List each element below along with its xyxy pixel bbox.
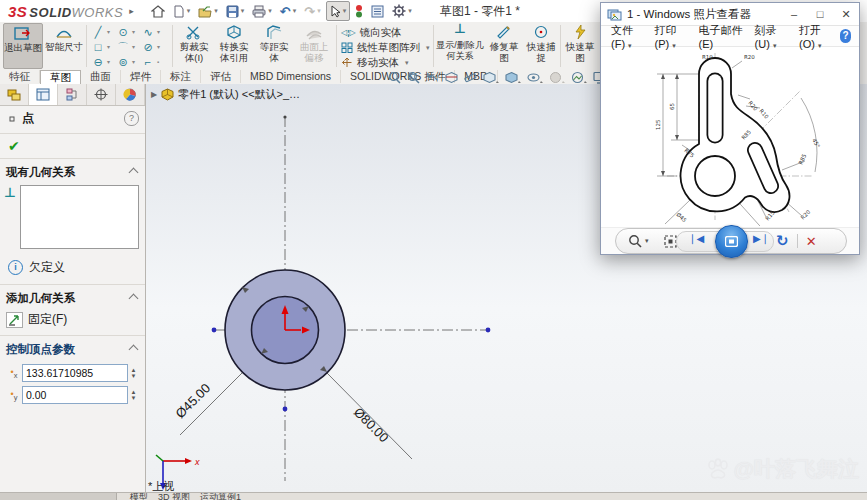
drawing-dimension-label: 45° [811,138,821,150]
polygon-tool-icon[interactable]: ⊚ [115,55,131,69]
rectangle-tool-icon[interactable]: □ [90,40,106,54]
tab-weldments[interactable]: 焊件 [121,70,161,83]
spline-tool-icon[interactable]: ∿ [140,25,156,39]
tab-feature-tree[interactable] [0,84,29,105]
drawing-dimension-label: 125 [655,119,661,130]
relations-listbox[interactable] [20,185,139,249]
line-tool-icon[interactable]: ╱ [90,25,106,39]
control-vertex-header[interactable]: 控制顶点参数 [0,338,145,360]
new-file-icon[interactable]: ▾ [170,2,194,20]
offset-entities-button[interactable]: 等距实体 [256,23,292,67]
move-entities-button[interactable]: 移动实体 ▾ [341,55,409,70]
ok-check-button[interactable]: ✔ [8,138,20,154]
tab-model[interactable]: 模型 [130,493,148,500]
tab-motion-study[interactable]: 运动算例1 [200,493,241,500]
dimension-inner-label[interactable]: Ø45.00 [172,380,213,421]
tab-markup[interactable]: 标注 [161,70,201,83]
linear-pattern-button[interactable]: 线性草图阵列 ▾ [341,40,430,55]
menu-file[interactable]: 文件(F) ▾ [607,23,649,50]
y-coordinate-input[interactable]: 0.00 [22,386,128,404]
photo-viewer-menubar: 文件(F) ▾ 打印(P) ▾ 电子邮件(E) 刻录(U) ▾ 打开(O) ▾ … [601,26,859,47]
status-row: i 欠定义 [0,253,145,282]
view-orientation-icon[interactable] [483,71,499,84]
select-cursor-icon[interactable]: ▾ [326,1,351,21]
ellipse-tool-icon[interactable]: ⊘ [140,40,156,54]
smart-dimension-button[interactable]: 智能尺寸 [45,23,83,67]
hide-show-items-icon[interactable] [527,71,543,84]
section-view-icon[interactable] [445,71,458,84]
sketch-point[interactable] [283,407,288,412]
menu-open[interactable]: 打开(O) ▾ [795,23,838,50]
x-spinner[interactable]: ▲▼ [128,364,139,382]
menu-email[interactable]: 电子邮件(E) [694,23,748,50]
tab-features[interactable]: 特征 [0,70,40,83]
tab-property-manager[interactable] [29,84,58,105]
delete-image-button[interactable]: ✕ [806,234,817,249]
point-tool-icon[interactable]: ▪ [157,59,164,65]
sketch-point[interactable] [212,328,217,333]
tab-mbd-dimensions[interactable]: MBD Dimensions [241,70,341,83]
edit-appearance-icon[interactable] [549,71,565,84]
viewer-help-icon[interactable]: ? [840,29,851,43]
tab-sketch[interactable]: 草图 [40,70,81,85]
tab-3d-views[interactable]: 3D 视图 [158,493,190,500]
rotate-cw-button[interactable]: ↻ [776,230,789,252]
info-icon: i [8,260,23,275]
save-icon[interactable]: ▾ [223,2,248,20]
open-file-icon[interactable]: ▾ [195,2,221,20]
y-spinner[interactable]: ▲▼ [128,386,139,404]
panel-h-scrollbar[interactable] [0,493,117,500]
slot-tool-icon[interactable]: ⊖ [90,55,106,69]
x-coordinate-input[interactable]: 133.61710985 [22,364,128,382]
watermark-text: @叶落飞舞泣 [734,455,859,483]
photo-content[interactable]: R10R2065125R20R10R8545°R85R75Ø45Ø80R15R2… [601,47,859,228]
mirror-entities-button[interactable]: ◁¦▷ 镜向实体 [341,25,402,40]
y-coordinate-row: •y 0.00 ▲▼ [6,386,139,404]
redo-icon[interactable]: ↷▾ [301,2,323,20]
home-icon[interactable] [148,2,168,20]
add-relations-header[interactable]: 添加几何关系 [0,287,145,309]
sketch-point[interactable] [283,115,286,118]
viewer-zoom-icon[interactable] [628,234,643,249]
measure-icon[interactable] [464,71,477,84]
trim-entities-button[interactable]: 剪裁实体(I) [176,23,212,67]
display-style-icon[interactable] [505,71,521,84]
triad-x-label: x [194,457,200,467]
apply-scene-icon[interactable] [571,71,587,84]
photo-viewer-window[interactable]: 1 - Windows 照片查看器 – □ ✕ 文件(F) ▾ 打印(P) ▾ … [600,2,860,255]
tab-configurations[interactable] [58,84,87,105]
display-delete-relations-button[interactable]: ⊥ 显示/删除几何关系 [436,23,484,67]
tab-surfaces[interactable]: 曲面 [81,70,121,83]
selection-filter-icon[interactable] [352,2,366,20]
fillet-tool-icon[interactable]: ⌐ [140,55,156,69]
circle-tool-icon[interactable]: ⊙ [115,25,131,39]
previous-image-button[interactable]: ❘◀ [688,233,704,244]
menu-burn[interactable]: 刻录(U) ▾ [751,23,793,50]
exit-sketch-button[interactable]: 退出草图 [3,23,43,69]
undo-icon[interactable]: ↶▾ [277,2,299,20]
convert-entities-button[interactable]: 转换实体引用 [216,23,252,67]
fix-relation-row[interactable]: 固定(F) [0,309,145,333]
play-slideshow-button[interactable] [715,225,748,258]
tab-evaluate[interactable]: 评估 [201,70,241,83]
next-image-button[interactable]: ▶❘ [753,233,769,244]
help-icon[interactable]: ? [124,111,139,126]
menu-flyout-arrow[interactable]: ▸ [129,6,134,16]
tab-dimxpert[interactable] [87,84,116,105]
zoom-fit-icon[interactable] [388,71,401,84]
dimension-outer-label[interactable]: Ø80.00 [351,404,392,445]
rapid-sketch-button[interactable]: 快速草图 [563,23,597,67]
sketch-point[interactable] [486,328,491,333]
watermark: @叶落飞舞泣 [706,455,859,483]
print-icon[interactable]: ▾ [249,2,275,20]
existing-relations-header[interactable]: 现有几何关系 [0,161,145,183]
offset-on-surface-button[interactable]: 曲面上偏移 [296,23,332,67]
arc-tool-icon[interactable]: ⌒ [115,40,131,54]
task-pane-icon[interactable] [368,2,387,20]
tab-display-manager[interactable] [116,84,145,105]
repair-sketch-button[interactable]: 修复草图 [487,23,521,67]
menu-print[interactable]: 打印(P) ▾ [651,23,693,50]
quick-snaps-button[interactable]: 快速捕捉 [524,23,558,67]
zoom-area-icon[interactable] [407,71,420,84]
previous-view-icon[interactable] [426,71,439,83]
